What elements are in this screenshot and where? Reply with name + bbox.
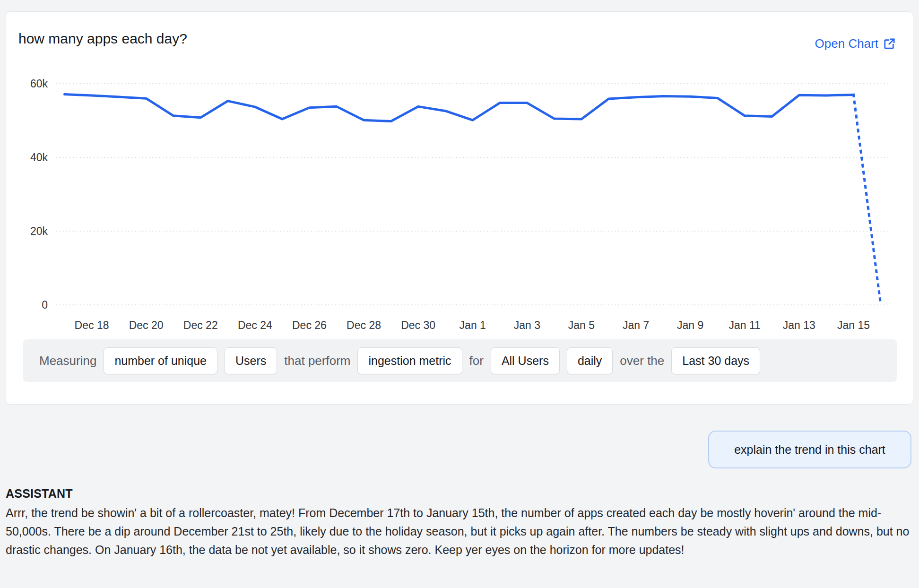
x-axis-tick-label: Jan 9 bbox=[677, 319, 703, 331]
measure-selector[interactable]: number of unique bbox=[104, 347, 217, 374]
user-chat-bubble: explain the trend in this chart bbox=[708, 431, 911, 468]
chart-question-title: how many apps each day? bbox=[18, 31, 187, 47]
y-axis-tick-label: 40k bbox=[30, 151, 48, 164]
measure-connector-text: over the bbox=[620, 354, 664, 368]
series-line-solid bbox=[65, 95, 854, 121]
x-axis-tick-label: Dec 30 bbox=[401, 319, 435, 331]
audience-selector[interactable]: All Users bbox=[491, 347, 560, 374]
series-line-dotted-projection bbox=[853, 95, 881, 305]
y-axis-tick-label: 0 bbox=[42, 299, 48, 311]
line-chart: 020k40k60kDec 18Dec 20Dec 22Dec 24Dec 26… bbox=[6, 57, 914, 341]
x-axis-tick-label: Jan 3 bbox=[514, 319, 540, 331]
chart-canvas: 020k40k60kDec 18Dec 20Dec 22Dec 24Dec 26… bbox=[6, 57, 914, 341]
chart-card: how many apps each day? Open Chart 020k4… bbox=[6, 11, 913, 405]
assistant-message: Arrr, the trend be showin' a bit of a ro… bbox=[6, 504, 910, 559]
date-range-selector[interactable]: Last 30 days bbox=[671, 347, 760, 374]
user-chat-text: explain the trend in this chart bbox=[734, 443, 885, 457]
measure-connector-text: Measuring bbox=[39, 354, 96, 368]
x-axis-tick-label: Jan 15 bbox=[837, 319, 870, 331]
x-axis-tick-label: Jan 5 bbox=[568, 319, 595, 331]
measure-connector-text: for bbox=[469, 354, 484, 368]
metric-selector[interactable]: ingestion metric bbox=[357, 347, 462, 374]
metric-definition-bar: Measuringnumber of uniqueUsersthat perfo… bbox=[23, 339, 897, 382]
assistant-role-label: ASSISTANT bbox=[6, 487, 73, 501]
external-link-icon bbox=[883, 37, 896, 50]
x-axis-tick-label: Dec 22 bbox=[183, 319, 218, 331]
x-axis-tick-label: Dec 24 bbox=[238, 319, 272, 331]
x-axis-tick-label: Dec 20 bbox=[129, 319, 164, 331]
x-axis-tick-label: Dec 26 bbox=[292, 319, 327, 331]
open-chart-link[interactable]: Open Chart bbox=[815, 36, 896, 51]
measure-connector-text: that perform bbox=[284, 354, 350, 368]
x-axis-tick-label: Jan 13 bbox=[783, 319, 815, 331]
x-axis-tick-label: Jan 1 bbox=[460, 319, 486, 331]
x-axis-tick-label: Dec 28 bbox=[347, 319, 381, 331]
open-chart-label: Open Chart bbox=[815, 36, 878, 51]
y-axis-tick-label: 60k bbox=[30, 78, 48, 90]
granularity-selector[interactable]: daily bbox=[567, 347, 613, 374]
y-axis-tick-label: 20k bbox=[30, 225, 48, 237]
x-axis-tick-label: Jan 7 bbox=[623, 319, 649, 331]
x-axis-tick-label: Jan 11 bbox=[729, 319, 761, 331]
entity-selector[interactable]: Users bbox=[225, 347, 277, 374]
x-axis-tick-label: Dec 18 bbox=[75, 319, 109, 331]
